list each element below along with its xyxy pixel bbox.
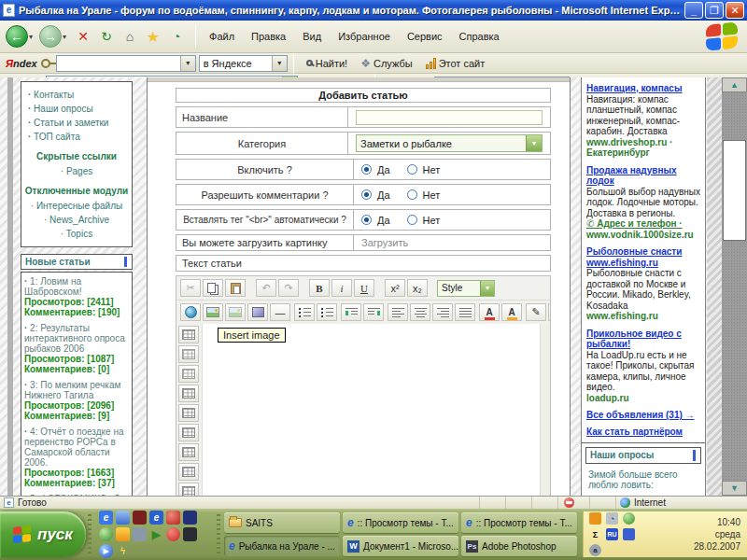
sidebar-item-articles[interactable]: Статьи и заметки <box>24 116 129 130</box>
align-left-icon[interactable] <box>388 303 408 321</box>
no-entry-icon[interactable] <box>166 527 180 541</box>
sidebar-item-top[interactable]: ТОП сайта <box>24 130 129 144</box>
ad-url[interactable]: loadup.ru <box>586 393 700 404</box>
all-ads-link[interactable]: Все объявления (31) → <box>586 410 700 421</box>
yandex-services-button[interactable]: ❖ Службы <box>354 54 418 73</box>
page-scrollbar[interactable]: ▲ ▼ <box>722 77 747 496</box>
sidebar-item-pages[interactable]: Pages <box>24 164 129 178</box>
menu-view[interactable]: Вид <box>295 28 329 45</box>
start-button[interactable]: пуск <box>0 511 86 557</box>
edit-source-icon[interactable]: ✎ <box>526 303 546 321</box>
indent-icon[interactable] <box>341 303 361 321</box>
refresh-icon[interactable]: ↻ <box>96 26 117 47</box>
paste-icon[interactable] <box>225 279 246 297</box>
article-link[interactable]: 3: По мелким речкам Нижнего Тагила <box>24 380 129 400</box>
insert-table-icon[interactable] <box>178 326 199 343</box>
outdent-icon[interactable] <box>363 303 384 321</box>
ad-link[interactable]: Навигация, компасы <box>586 83 700 94</box>
enable-yes-radio[interactable] <box>361 164 372 175</box>
yandex-scope-dropdown-icon[interactable]: ▾ <box>272 56 287 71</box>
insert-column-before-icon[interactable] <box>178 443 199 461</box>
enable-no-radio[interactable] <box>407 164 417 175</box>
dictionary-icon[interactable] <box>623 528 635 540</box>
upload-image-icon[interactable] <box>225 303 246 321</box>
lightning-icon[interactable]: ϟ <box>116 544 130 558</box>
yandex-search-dropdown-icon[interactable]: ▾ <box>180 56 195 71</box>
delete-row-icon[interactable] <box>178 424 199 441</box>
category-select[interactable]: Заметки о рыбалке ▾ <box>356 134 543 152</box>
insert-row-before-icon[interactable] <box>178 385 199 402</box>
taskbar-button-word[interactable]: W Документ1 - Microso... <box>343 536 458 556</box>
horizontal-rule-icon[interactable]: — <box>270 303 290 321</box>
brush-icon[interactable] <box>116 527 130 541</box>
style-select[interactable]: Style ▾ <box>437 280 495 297</box>
sidebar-item-topics[interactable]: Topics <box>24 227 129 241</box>
floppy-save-icon[interactable] <box>183 511 197 525</box>
delete-column-icon[interactable] <box>178 483 199 496</box>
media-player-icon[interactable]: ▶ <box>99 544 113 558</box>
green-sphere-icon[interactable] <box>99 527 113 541</box>
partner-link[interactable]: Как стать партнёром <box>586 427 700 438</box>
history-icon[interactable]: ◔ <box>166 26 187 47</box>
taskbar-button-uralfishing[interactable]: e Рыбалка на Урале - ... <box>224 536 340 556</box>
upload-link[interactable]: Загрузить <box>354 235 550 250</box>
browser-icon[interactable]: e <box>149 511 163 525</box>
editor-canvas[interactable]: Insert image <box>203 324 540 496</box>
menu-help[interactable]: Справка <box>452 28 507 45</box>
redo-icon[interactable]: ↷ <box>278 279 299 297</box>
insert-row-after-icon[interactable] <box>178 404 199 422</box>
br-no-radio[interactable] <box>407 215 417 225</box>
comments-yes-radio[interactable] <box>361 189 372 200</box>
ad-contact-link[interactable]: ✆ Адрес и телефон · <box>586 218 683 229</box>
article-link[interactable]: 4: Отчёт о поездке на первенство РОРСа в… <box>24 427 129 468</box>
highlight-color-icon[interactable]: A <box>501 303 522 321</box>
font-color-icon[interactable]: A <box>479 303 500 321</box>
italic-button[interactable]: i <box>331 279 352 297</box>
yandex-scope-select[interactable]: в Яндексе ▾ <box>199 55 288 72</box>
popup-blocked-icon[interactable] <box>564 497 574 508</box>
taskbar-handle[interactable] <box>217 514 220 554</box>
taskbar-clock[interactable]: 10:40 среда 28.02.2007 <box>637 516 743 553</box>
scrollbar-thumb[interactable] <box>723 140 746 241</box>
editor-scrollbar[interactable] <box>540 324 550 496</box>
bold-button[interactable]: B <box>309 279 330 297</box>
copy-icon[interactable] <box>203 279 223 297</box>
camera-app-icon[interactable] <box>183 527 197 541</box>
undo-icon[interactable]: ↶ <box>256 279 276 297</box>
article-link[interactable]: 2: Результаты интерактивного опроса рыба… <box>24 323 129 354</box>
br-yes-radio[interactable] <box>361 215 372 225</box>
style-dropdown-icon[interactable]: ▾ <box>480 281 494 296</box>
ie-quicklaunch-icon[interactable]: e <box>99 511 113 525</box>
restore-button[interactable]: ❐ <box>705 2 724 19</box>
table-properties-icon[interactable] <box>178 345 199 363</box>
clock-tray-icon[interactable]: ◔ <box>606 512 618 525</box>
superscript-button[interactable]: x² <box>385 279 405 297</box>
name-input[interactable] <box>356 110 543 125</box>
underline-button[interactable]: U <box>354 279 374 297</box>
forward-button[interactable]: → ▾ <box>39 25 69 48</box>
align-justify-icon[interactable] <box>455 303 475 321</box>
align-center-icon[interactable] <box>410 303 430 321</box>
toggle-borders-icon[interactable] <box>548 303 551 321</box>
language-indicator[interactable]: RU <box>606 528 618 540</box>
stop-icon[interactable]: ✕ <box>73 26 93 47</box>
menu-tools[interactable]: Сервис <box>400 28 450 45</box>
taskbar-button-topic2[interactable]: e :: Просмотр темы - Т... <box>461 512 577 533</box>
sigma-icon[interactable]: Σ <box>589 528 601 540</box>
menu-favorites[interactable]: Избранное <box>331 28 398 45</box>
comments-no-radio[interactable] <box>407 189 417 200</box>
taskbar-button-photoshop[interactable]: Ps Adobe Photoshop <box>461 536 577 556</box>
article-link[interactable]: 1: Ловим на Шабровском! <box>24 276 129 297</box>
minimize-button[interactable]: _ <box>684 2 703 19</box>
antivirus-icon[interactable] <box>623 512 635 525</box>
scroll-down-icon[interactable]: ▼ <box>722 481 747 496</box>
sidebar-item-news-archive[interactable]: News_Archive <box>24 213 129 227</box>
taskbar-handle[interactable] <box>88 514 92 554</box>
ad-url[interactable]: www.efishing.ru <box>586 311 700 322</box>
unordered-list-icon[interactable] <box>317 303 337 321</box>
ad-link[interactable]: Рыболовные снасти www.efishing.ru <box>586 246 700 268</box>
forward-dropdown-icon[interactable]: ▾ <box>63 33 66 41</box>
agent-icon[interactable]: a <box>589 544 601 556</box>
insert-link-icon[interactable] <box>180 303 201 321</box>
back-button[interactable]: ← ▾ <box>6 25 35 48</box>
